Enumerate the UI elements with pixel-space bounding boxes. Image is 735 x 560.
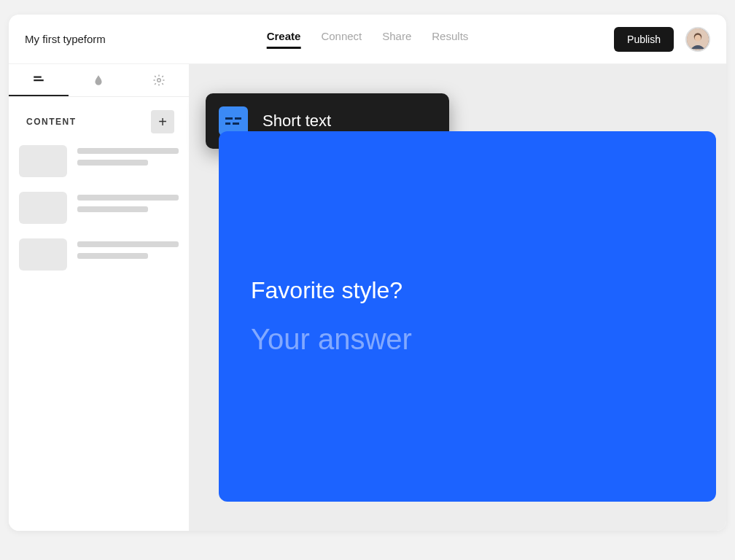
app-window: My first typeform Create Connect Share R…	[9, 15, 726, 531]
skeleton-line	[77, 253, 148, 259]
content-list	[9, 142, 189, 273]
sidebar-tabs	[9, 64, 189, 97]
tab-results[interactable]: Results	[432, 30, 468, 49]
item-thumb	[19, 238, 67, 271]
content-header: CONTENT +	[9, 97, 189, 142]
svg-point-5	[158, 79, 161, 82]
sidebar-tab-settings[interactable]	[129, 64, 189, 96]
item-lines	[77, 145, 179, 166]
form-title[interactable]: My first typeform	[25, 33, 106, 45]
answer-input[interactable]: Your answer	[251, 323, 684, 356]
svg-rect-6	[225, 117, 233, 120]
nav-tabs: Create Connect Share Results	[267, 30, 469, 49]
list-item[interactable]	[19, 145, 179, 177]
skeleton-line	[77, 241, 179, 247]
main: CONTENT +	[9, 64, 726, 531]
publish-button[interactable]: Publish	[614, 27, 674, 52]
popover-label: Short text	[262, 112, 331, 131]
question-text[interactable]: Favorite style?	[251, 277, 684, 304]
content-label: CONTENT	[26, 117, 77, 127]
tab-share[interactable]: Share	[382, 30, 411, 49]
droplet-icon	[92, 74, 105, 87]
sidebar-tab-design[interactable]	[69, 64, 128, 96]
svg-rect-8	[225, 122, 230, 125]
avatar-icon	[687, 27, 709, 52]
item-lines	[77, 192, 179, 212]
top-bar: My first typeform Create Connect Share R…	[9, 15, 726, 64]
canvas-area: Short text Favorite style? Your answer	[190, 64, 726, 531]
skeleton-line	[77, 148, 179, 154]
add-question-button[interactable]: +	[151, 110, 174, 133]
sidebar-tab-content[interactable]	[9, 64, 69, 96]
gear-icon	[152, 74, 166, 87]
list-item[interactable]	[19, 238, 179, 271]
tab-create[interactable]: Create	[267, 30, 301, 49]
skeleton-line	[77, 206, 148, 212]
skeleton-line	[77, 160, 148, 166]
svg-point-2	[695, 34, 701, 41]
form-canvas[interactable]: Favorite style? Your answer	[219, 131, 716, 502]
svg-rect-3	[34, 77, 42, 78]
top-left: My first typeform	[25, 33, 106, 45]
item-thumb	[19, 145, 67, 177]
svg-rect-4	[34, 79, 44, 81]
content-icon	[32, 73, 45, 86]
avatar[interactable]	[685, 27, 710, 52]
skeleton-line	[77, 195, 179, 201]
svg-rect-7	[235, 117, 241, 120]
sidebar: CONTENT +	[9, 64, 190, 531]
item-lines	[77, 238, 179, 259]
list-item[interactable]	[19, 192, 179, 224]
svg-rect-9	[233, 122, 239, 125]
tab-connect[interactable]: Connect	[321, 30, 362, 49]
item-thumb	[19, 192, 67, 224]
top-right: Publish	[614, 27, 710, 52]
